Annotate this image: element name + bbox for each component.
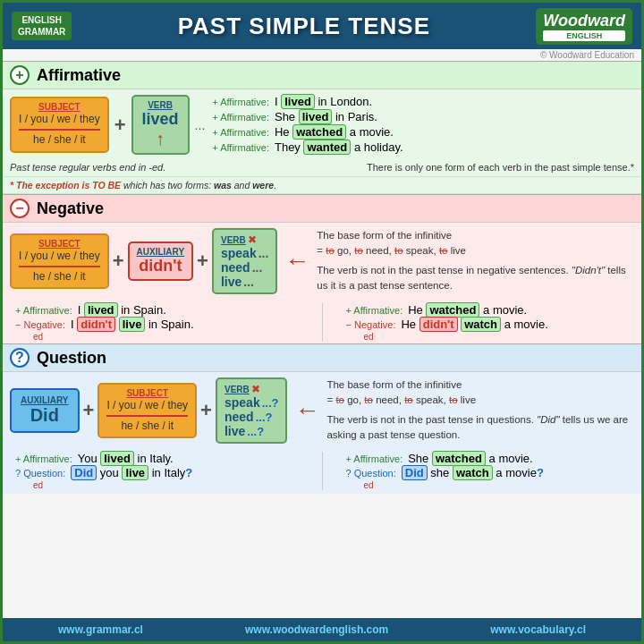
negative-explanation: The base form of the infinitive = to go,… xyxy=(317,228,634,293)
neg-subject-text1: I / you / we / they xyxy=(19,249,100,264)
neg-verb-3: live... xyxy=(221,275,268,289)
verb-word: lived xyxy=(142,110,179,129)
q-verb-3: live...? xyxy=(225,424,278,438)
plus-operator: + xyxy=(114,114,126,137)
footer-link-2[interactable]: www.woodwardenglish.com xyxy=(245,623,388,636)
negative-body: SUBJECT I / you / we / they he / she / i… xyxy=(3,223,641,300)
q-ex-left-1: + Affirmative: You lived in Italy. xyxy=(15,452,299,465)
neg-examples-right: + Affirmative: He watched a movie. − Neg… xyxy=(341,303,635,342)
question-examples: + Affirmative: You lived in Italy. ? Que… xyxy=(3,449,641,494)
ex-label-3: + Affirmative: xyxy=(212,127,269,138)
ed-note-right: ed xyxy=(346,332,630,342)
neg-verb-label: VERB xyxy=(221,235,246,245)
copyright: © Woodward Education xyxy=(3,49,641,61)
q-badge: ? xyxy=(10,348,30,368)
neg-ex-left-2: − Negative: I didn't live in Spain. xyxy=(15,318,299,331)
question-body: AUXILIARY Did + SUBJECT I / you / we / t… xyxy=(3,372,641,449)
negative-section-header: − Negative xyxy=(3,194,641,223)
ex-text-4: They wanted a holiday. xyxy=(275,140,403,154)
q-examples-left: + Affirmative: You lived in Italy. ? Que… xyxy=(10,452,304,490)
subject-box: SUBJECT I / you / we / they he / she / i… xyxy=(10,97,109,153)
q-plus-2: + xyxy=(200,399,212,422)
subject-text2: he / she / it xyxy=(19,132,100,148)
page-title: PAST SIMPLE TENSE xyxy=(72,13,536,40)
question-explanation: The base form of the infinitive = to go,… xyxy=(326,377,634,443)
ed-note-left: ed xyxy=(15,332,299,342)
q-examples-right: + Affirmative: She watched a movie. ? Qu… xyxy=(341,452,635,490)
x-icon: ✖ xyxy=(248,233,257,246)
auxiliary-label: AUXILIARY xyxy=(137,247,185,257)
grammar-badge: ENGLISH GRAMMAR xyxy=(12,12,72,40)
auxiliary-box: AUXILIARY didn't xyxy=(128,242,194,281)
neg-verb-1: speak... xyxy=(221,246,268,260)
neg-verb-box: VERB ✖ speak... need... live... xyxy=(212,228,277,294)
minus-badge: − xyxy=(10,199,30,218)
affirmative-note: Past tense regular verbs end in -ed. The… xyxy=(3,160,641,176)
dots: ... xyxy=(195,118,206,132)
q-subject-text2: he / she / it xyxy=(106,419,188,434)
ex-text-3: He watched a movie. xyxy=(275,125,394,139)
ex-label-4: + Affirmative: xyxy=(212,142,269,153)
affirmative-formula: SUBJECT I / you / we / they he / she / i… xyxy=(10,95,205,155)
auxiliary-word: didn't xyxy=(137,257,185,275)
q-ex-right-1: + Affirmative: She watched a movie. xyxy=(346,452,630,465)
q-verb-1: speak...? xyxy=(225,395,278,410)
q-x-icon: ✖ xyxy=(251,383,260,395)
red-arrow-q: ← xyxy=(294,396,319,425)
ex-label-1: + Affirmative: xyxy=(212,97,269,107)
footer-link-1[interactable]: www.grammar.cl xyxy=(58,623,143,636)
q-auxiliary-label: AUXILIARY xyxy=(21,395,69,405)
red-arrow-neg: ← xyxy=(284,247,309,275)
brand-logo: Woodward ENGLISH xyxy=(536,8,632,45)
ex-text-2: She lived in Paris. xyxy=(275,110,377,123)
q-verb-label: VERB xyxy=(225,385,250,394)
question-section-header: ? Question xyxy=(3,343,641,372)
footer: www.grammar.cl www.woodwardenglish.com w… xyxy=(3,618,641,641)
plus-badge: + xyxy=(10,65,30,85)
q-plus-1: + xyxy=(83,399,95,422)
affirmative-label: Affirmative xyxy=(37,66,121,85)
q-subject-box: SUBJECT I / you / we / they he / she / i… xyxy=(97,383,197,439)
q-subject-label: SUBJECT xyxy=(106,388,188,398)
q-subject-text1: I / you / we / they xyxy=(106,398,188,413)
q-ed-note-left: ed xyxy=(15,480,299,490)
example-row-1: + Affirmative: I lived in London. xyxy=(212,95,634,108)
verb-box: VERB lived ↑ xyxy=(131,95,190,155)
negative-formula: SUBJECT I / you / we / they he / she / i… xyxy=(10,228,309,294)
question-formula: AUXILIARY Did + SUBJECT I / you / we / t… xyxy=(10,377,319,444)
neg-verb-2: need... xyxy=(221,260,268,275)
affirmative-section-header: + Affirmative xyxy=(3,61,641,89)
did-word: Did xyxy=(21,405,69,426)
header: ENGLISH GRAMMAR PAST SIMPLE TENSE Woodwa… xyxy=(3,3,641,49)
footer-link-3[interactable]: www.vocabulary.cl xyxy=(490,623,586,636)
up-arrow-icon: ↑ xyxy=(142,129,179,149)
example-row-3: + Affirmative: He watched a movie. xyxy=(212,125,634,139)
q-verb-box: VERB ✖ speak...? need...? live...? xyxy=(216,377,287,444)
subject-label: SUBJECT xyxy=(19,102,100,112)
neg-examples-left: + Affirmative: I lived in Spain. − Negat… xyxy=(10,303,304,342)
neg-ex-left-1: + Affirmative: I lived in Spain. xyxy=(15,303,299,317)
content: + Affirmative SUBJECT I / you / we / the… xyxy=(3,61,641,618)
example-row-4: + Affirmative: They wanted a holiday. xyxy=(212,140,634,154)
neg-ex-right-2: − Negative: He didn't watch a movie. xyxy=(346,318,630,331)
divider xyxy=(322,303,323,342)
neg-subject-box: SUBJECT I / you / we / they he / she / i… xyxy=(10,233,109,290)
q-verb-2: need...? xyxy=(225,410,278,424)
affirmative-examples: + Affirmative: I lived in London. + Affi… xyxy=(212,95,634,154)
q-ed-note-right: ed xyxy=(346,480,630,490)
negative-examples: + Affirmative: I lived in Spain. − Negat… xyxy=(3,300,641,343)
q-ex-right-2: ? Question: Did she watch a movie? xyxy=(346,466,630,479)
q-divider xyxy=(322,452,323,490)
affirmative-body: SUBJECT I / you / we / they he / she / i… xyxy=(3,89,641,160)
main-container: ENGLISH GRAMMAR PAST SIMPLE TENSE Woodwa… xyxy=(0,0,644,644)
subject-text1: I / you / we / they xyxy=(19,112,100,127)
neg-subject-label: SUBJECT xyxy=(19,239,100,249)
neg-ex-right-1: + Affirmative: He watched a movie. xyxy=(346,303,630,317)
negative-label: Negative xyxy=(37,199,104,218)
exception-note: * The exception is TO BE which has two f… xyxy=(3,176,641,194)
question-label: Question xyxy=(37,349,106,368)
neg-subject-text2: he / she / it xyxy=(19,269,100,284)
verb-label: VERB xyxy=(142,100,179,110)
q-ex-left-2: ? Question: Did you live in Italy? xyxy=(15,466,299,479)
neg-plus-1: + xyxy=(113,250,124,273)
